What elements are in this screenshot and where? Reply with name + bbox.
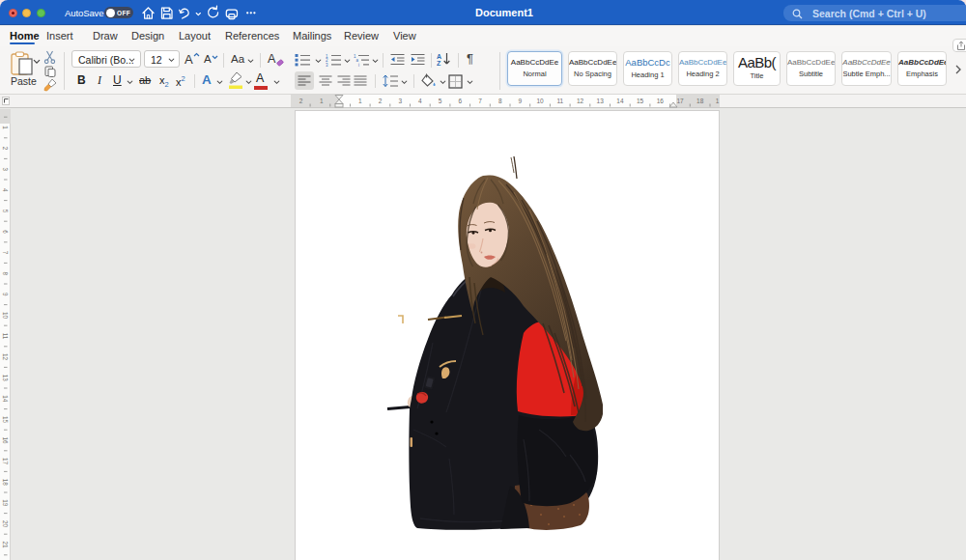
- svg-text:12: 12: [577, 98, 584, 104]
- svg-text:15: 15: [637, 98, 644, 104]
- svg-text:13: 13: [2, 375, 9, 382]
- svg-text:8: 8: [498, 98, 502, 104]
- svg-text:18: 18: [2, 479, 9, 487]
- svg-text:10: 10: [536, 98, 544, 104]
- svg-text:3: 3: [398, 98, 402, 104]
- svg-text:19: 19: [2, 499, 9, 507]
- svg-text:11: 11: [556, 98, 563, 104]
- svg-text:1: 1: [358, 98, 362, 104]
- svg-text:2: 2: [379, 98, 383, 104]
- svg-text:4: 4: [418, 98, 422, 104]
- svg-text:1: 1: [716, 98, 720, 104]
- svg-text:6: 6: [2, 230, 9, 234]
- svg-text:6: 6: [458, 98, 462, 104]
- svg-text:5: 5: [2, 210, 9, 213]
- svg-text:i: i: [358, 63, 359, 67]
- svg-text:1: 1: [320, 98, 324, 104]
- svg-text:9: 9: [2, 293, 9, 296]
- svg-text:18: 18: [696, 98, 704, 104]
- svg-text:2: 2: [299, 98, 303, 104]
- svg-text:9: 9: [519, 98, 523, 104]
- svg-text:12: 12: [2, 353, 9, 361]
- svg-text:21: 21: [2, 541, 9, 548]
- svg-text:Z: Z: [437, 60, 441, 67]
- svg-text:7: 7: [2, 251, 9, 255]
- svg-text:10: 10: [2, 312, 9, 320]
- svg-text:1: 1: [2, 126, 9, 129]
- svg-text:14: 14: [616, 98, 624, 104]
- svg-text:11: 11: [2, 333, 9, 340]
- svg-text:8: 8: [2, 271, 9, 275]
- svg-text:4: 4: [2, 188, 9, 192]
- svg-text:5: 5: [439, 98, 442, 104]
- svg-text:20: 20: [2, 520, 9, 528]
- svg-text:2: 2: [2, 147, 9, 151]
- svg-text:7: 7: [478, 98, 482, 104]
- svg-text:3: 3: [2, 167, 9, 171]
- svg-text:14: 14: [2, 395, 9, 403]
- svg-text:16: 16: [2, 436, 9, 444]
- svg-text:17: 17: [2, 458, 9, 465]
- svg-text:16: 16: [657, 98, 665, 104]
- svg-text:15: 15: [2, 416, 9, 424]
- svg-text:A: A: [437, 53, 441, 60]
- svg-text:13: 13: [597, 98, 605, 104]
- svg-text:3: 3: [326, 63, 328, 67]
